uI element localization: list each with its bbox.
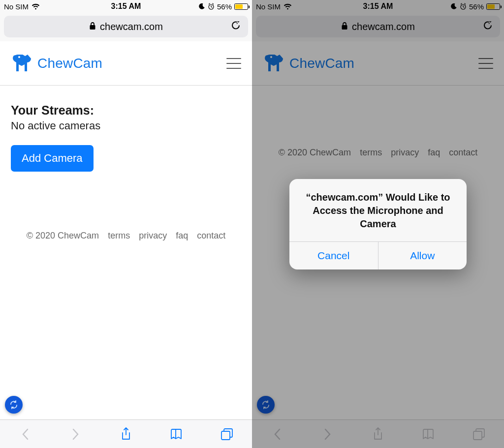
footer-link-faq[interactable]: faq (428, 148, 440, 158)
battery-icon (486, 3, 500, 10)
safari-toolbar (0, 419, 252, 448)
forward-icon[interactable] (68, 427, 83, 442)
footer-link-faq[interactable]: faq (176, 231, 188, 241)
footer-link-privacy[interactable]: privacy (139, 231, 167, 241)
dog-icon (11, 52, 34, 75)
footer: © 2020 ChewCam terms privacy faq contact (11, 231, 241, 241)
footer-link-terms[interactable]: terms (108, 231, 130, 241)
sync-fab[interactable] (257, 396, 275, 414)
phone-left: No SIM 3:15 AM 56% chewcam.com (0, 0, 252, 448)
brand-name: ChewCam (289, 56, 354, 71)
url-bar[interactable]: chewcam.com (256, 16, 500, 37)
url-domain: chewcam.com (100, 21, 163, 32)
bookmarks-icon[interactable] (169, 427, 184, 442)
hamburger-icon[interactable] (478, 58, 493, 69)
svg-rect-5 (473, 431, 482, 440)
tabs-icon[interactable] (220, 427, 234, 442)
reload-icon[interactable] (482, 20, 493, 33)
back-icon[interactable] (18, 427, 32, 442)
tabs-icon[interactable] (472, 427, 486, 442)
footer-link-contact[interactable]: contact (449, 148, 477, 158)
url-domain: chewcam.com (352, 21, 415, 32)
brand-name: ChewCam (37, 56, 102, 71)
permission-alert: “chewcam.com” Would Like to Access the M… (289, 179, 467, 269)
battery-icon (234, 3, 248, 10)
footer-copyright: © 2020 ChewCam (279, 148, 351, 158)
logo[interactable]: ChewCam (11, 52, 102, 75)
footer-link-terms[interactable]: terms (360, 148, 382, 158)
clock: 3:15 AM (0, 2, 252, 11)
share-icon[interactable] (119, 427, 133, 442)
hamburger-icon[interactable] (226, 58, 241, 69)
footer-link-privacy[interactable]: privacy (391, 148, 419, 158)
add-camera-button[interactable]: Add Camera (11, 145, 94, 172)
lock-icon (341, 21, 348, 32)
clock: 3:15 AM (252, 2, 504, 11)
logo[interactable]: ChewCam (263, 52, 354, 75)
alert-cancel-button[interactable]: Cancel (289, 242, 378, 269)
sync-fab[interactable] (5, 396, 23, 414)
phone-right: No SIM 3:15 AM 56% chewcam.com (252, 0, 504, 448)
svg-rect-1 (90, 25, 95, 30)
url-bar[interactable]: chewcam.com (4, 16, 248, 37)
lock-icon (89, 21, 96, 32)
app-header: ChewCam (0, 41, 252, 86)
alert-message: “chewcam.com” Would Like to Access the M… (289, 179, 467, 241)
main-content: Your Streams: No active cameras Add Came… (0, 86, 252, 419)
status-bar: No SIM 3:15 AM 56% (0, 0, 252, 13)
streams-empty-msg: No active cameras (11, 119, 241, 132)
svg-rect-4 (342, 25, 347, 30)
back-icon[interactable] (270, 427, 284, 442)
app-header: ChewCam (252, 41, 504, 86)
bookmarks-icon[interactable] (421, 427, 436, 442)
alert-allow-button[interactable]: Allow (378, 242, 467, 269)
dog-icon (263, 52, 286, 75)
safari-toolbar (252, 419, 504, 448)
footer-copyright: © 2020 ChewCam (27, 231, 99, 241)
svg-rect-2 (221, 431, 230, 440)
footer: © 2020 ChewCam terms privacy faq contact (263, 148, 493, 158)
streams-heading: Your Streams: (11, 103, 241, 118)
url-bar-container: chewcam.com (252, 13, 504, 41)
share-icon[interactable] (371, 427, 385, 442)
reload-icon[interactable] (230, 20, 241, 33)
forward-icon[interactable] (320, 427, 335, 442)
footer-link-contact[interactable]: contact (197, 231, 225, 241)
status-bar: No SIM 3:15 AM 56% (252, 0, 504, 13)
url-bar-container: chewcam.com (0, 13, 252, 41)
